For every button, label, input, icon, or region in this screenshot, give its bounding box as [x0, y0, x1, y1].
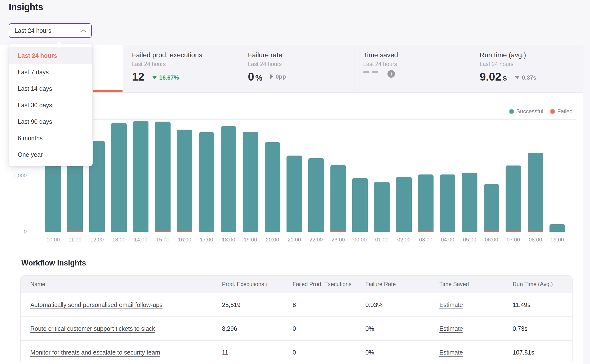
bar-08:00[interactable]	[528, 153, 543, 232]
bar-03:00[interactable]	[418, 174, 434, 232]
menu-item-last-90-days[interactable]: Last 90 days	[9, 113, 92, 130]
bar-18:00[interactable]	[221, 126, 236, 232]
bar-failed-segment	[528, 231, 543, 232]
summary-card-run-time-avg[interactable]: Run time (avg.)Last 24 hours9.02s0.37s	[471, 45, 583, 92]
card-title: Run time (avg.)	[480, 51, 526, 59]
bar-21:00[interactable]	[287, 156, 302, 232]
down-arrow-icon	[152, 76, 157, 79]
bar-00:00[interactable]	[352, 178, 368, 232]
flat-arrow-icon	[270, 74, 273, 79]
bar-16:00[interactable]	[177, 130, 192, 232]
legend-item-successful[interactable]: Successful	[509, 108, 543, 115]
info-icon[interactable]: i	[387, 70, 395, 78]
y-axis-tick: 1,000	[5, 173, 27, 179]
bar-successful-segment	[243, 132, 258, 232]
legend-item-failed[interactable]: Failed	[550, 108, 573, 115]
card-delta: 16.67%	[152, 74, 179, 81]
bar-successful-segment	[111, 123, 127, 232]
menu-item-one-year[interactable]: One year	[9, 146, 92, 163]
bar-successful-segment	[549, 224, 565, 232]
x-axis-tick: 18:00	[218, 237, 239, 243]
workflow-insights-heading: Workflow insights	[21, 259, 86, 267]
table-row: Route critical customer support tickets …	[21, 316, 572, 340]
bar-17:00[interactable]	[199, 132, 214, 232]
bar-successful-segment	[177, 130, 192, 232]
card-title: Failed prod. executions	[132, 51, 202, 59]
x-axis-tick: 05:00	[459, 237, 481, 243]
card-title: Time saved	[363, 51, 398, 59]
x-axis-tick: 14:00	[130, 237, 152, 243]
bar-07:00[interactable]	[506, 165, 521, 232]
chevron-up-icon	[80, 27, 86, 34]
bar-successful-segment	[462, 173, 477, 232]
x-axis-tick: 08:00	[524, 237, 546, 243]
summary-card-time-saved[interactable]: Time savedLast 24 hoursi	[354, 45, 471, 92]
menu-item-last-30-days[interactable]: Last 30 days	[9, 97, 92, 113]
column-header-time-saved[interactable]: Time Saved	[439, 281, 469, 288]
bar-01:00[interactable]	[374, 182, 390, 232]
column-header-failed-prod-executions[interactable]: Failed Prod. Executions	[293, 281, 352, 288]
summary-card-failure-rate[interactable]: Failure rateLast 24 hours0%0pp	[239, 45, 354, 92]
bar-successful-segment	[396, 177, 412, 232]
workflow-name-link[interactable]: Monitor for threats and escalate to secu…	[30, 349, 160, 356]
menu-item-6-months[interactable]: 6 months	[9, 130, 92, 146]
time-filter-dropdown-menu: Last 24 hoursLast 7 daysLast 14 daysLast…	[9, 44, 93, 166]
x-axis-tick: 13:00	[108, 237, 130, 243]
time-saved-estimate-link[interactable]: Estimate	[439, 301, 463, 308]
bar-successful-segment	[440, 174, 455, 232]
table-row: Monitor for threats and escalate to secu…	[21, 340, 572, 364]
gridline-2,000	[29, 119, 576, 120]
bar-05:00[interactable]	[462, 173, 477, 232]
bar-15:00[interactable]	[155, 122, 171, 232]
gridline-0	[29, 232, 576, 232]
bar-successful-segment	[352, 178, 368, 232]
menu-item-last-24-hours[interactable]: Last 24 hours	[9, 47, 92, 64]
bar-09:00[interactable]	[549, 224, 565, 232]
legend-label: Successful	[516, 108, 543, 115]
column-header-name[interactable]: Name	[30, 281, 45, 288]
card-delta: 0pp	[270, 73, 286, 80]
bar-02:00[interactable]	[396, 177, 412, 232]
x-axis-tick: 09:00	[546, 237, 568, 243]
table-cell: 8,296	[222, 325, 237, 332]
legend-swatch	[550, 109, 555, 114]
table-cell: 8	[293, 301, 296, 308]
table-cell: 0%	[365, 349, 374, 356]
bar-successful-segment	[506, 165, 521, 232]
bar-successful-segment	[287, 156, 302, 232]
bar-successful-segment	[418, 174, 434, 232]
menu-item-last-14-days[interactable]: Last 14 days	[9, 80, 92, 97]
card-value: 0%0pp	[248, 70, 286, 83]
bar-06:00[interactable]	[484, 184, 499, 232]
summary-card-failed-prod-executions[interactable]: Failed prod. executionsLast 24 hours1216…	[123, 45, 239, 92]
time-saved-estimate-link[interactable]: Estimate	[439, 325, 463, 332]
bar-04:00[interactable]	[440, 174, 455, 232]
bar-20:00[interactable]	[265, 142, 280, 232]
table-cell: 107.81s	[513, 349, 534, 356]
bar-successful-segment	[199, 132, 214, 232]
chart-legend: SuccessfulFailed	[509, 108, 573, 115]
bar-failed-segment	[177, 231, 192, 232]
table-cell: 0.03%	[365, 301, 383, 308]
bar-successful-segment	[155, 122, 171, 232]
column-header-run-time-avg-[interactable]: Run Time (Avg.)	[513, 281, 553, 288]
bar-13:00[interactable]	[111, 123, 127, 232]
card-title: Failure rate	[248, 51, 282, 59]
summary-cards-row: Failed prod. executionsLast 24 hours1216…	[29, 45, 583, 93]
table-cell: 25,519	[222, 301, 240, 308]
bar-successful-segment	[528, 153, 543, 232]
bar-23:00[interactable]	[330, 165, 346, 232]
bar-14:00[interactable]	[133, 121, 148, 232]
workflow-name-link[interactable]: Route critical customer support tickets …	[30, 325, 155, 332]
column-header-prod-executions[interactable]: Prod. Executions ↓	[222, 281, 268, 288]
dash-placeholder	[372, 71, 378, 73]
menu-item-last-7-days[interactable]: Last 7 days	[9, 64, 92, 80]
bar-19:00[interactable]	[243, 132, 258, 232]
x-axis-tick: 12:00	[86, 237, 108, 243]
bar-22:00[interactable]	[308, 158, 324, 232]
workflow-name-link[interactable]: Automatically send personalised email fo…	[30, 301, 163, 308]
column-header-failure-rate[interactable]: Failure Rate	[365, 281, 396, 288]
time-filter-select[interactable]: Last 24 hours	[9, 23, 92, 38]
time-saved-estimate-link[interactable]: Estimate	[439, 349, 463, 356]
bar-failed-segment	[67, 231, 83, 232]
